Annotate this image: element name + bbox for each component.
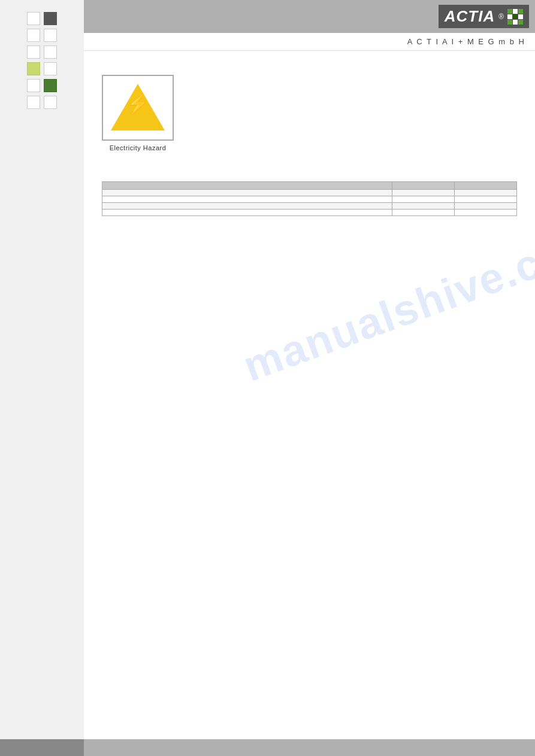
table-cell-2-2 [392,196,455,203]
subtitle-bar: A C T I A I + M E G m b H [84,33,535,51]
square-2-1 [27,29,40,42]
table-cell-2-1 [102,196,392,203]
warning-sign-box: ⚡ [102,75,174,141]
squares-row-2 [27,29,57,42]
squares-row-5 [27,79,57,92]
triangle-container: ⚡ [111,84,165,132]
square-6-2 [44,96,57,109]
square-3-1 [27,45,40,59]
watermark: manualshive.com [237,215,535,391]
table-row [102,203,517,210]
table-cell-4-2 [392,210,455,216]
grid-cell-5 [513,14,518,19]
square-4-1 [27,62,40,75]
grid-cell-7 [507,20,512,25]
data-table [102,181,517,216]
squares-row-1 [27,12,57,25]
table-header-col3 [455,182,517,190]
table-cell-3-2 [392,203,455,210]
top-header: ACTIA ® [84,0,535,33]
sidebar-bottom-bar [0,739,84,756]
table-cell-4-1 [102,210,392,216]
square-1-2 [44,12,57,25]
main-content: ⚡ Electricity Hazard manualshive.com [84,51,535,738]
table-cell-2-3 [455,196,517,203]
table-row [102,190,517,196]
squares-grid [27,6,57,109]
squares-row-4 [27,62,57,75]
actia-registered: ® [498,13,504,21]
square-1-1 [27,12,40,25]
table-header-col1 [102,182,392,190]
grid-cell-2 [513,9,518,14]
logo-area: ACTIA ® [439,5,529,28]
squares-row-6 [27,96,57,109]
table-cell-4-3 [455,210,517,216]
subtitle-text: A C T I A I + M E G m b H [407,37,525,46]
table-header-col2 [392,182,455,190]
table-row [102,210,517,216]
grid-cell-9 [518,20,523,25]
table-row [102,196,517,203]
grid-cell-4 [507,14,512,19]
left-sidebar [0,0,84,756]
table-cell-1-3 [455,190,517,196]
square-5-1 [27,79,40,92]
grid-cell-1 [507,9,512,14]
table-cell-3-3 [455,203,517,210]
square-5-2 [44,79,57,92]
warning-label: Electricity Hazard [102,144,174,151]
actia-brand-text: ACTIA [445,7,495,26]
actia-logo: ACTIA ® [439,5,529,28]
grid-cell-3 [518,9,523,14]
square-3-2 [44,45,57,59]
warning-sign-container: ⚡ Electricity Hazard [102,75,174,151]
squares-row-3 [27,45,57,59]
table-cell-3-1 [102,203,392,210]
square-2-2 [44,29,57,42]
square-6-1 [27,96,40,109]
table-cell-1-1 [102,190,392,196]
actia-grid-icon [507,9,523,25]
table-cell-1-2 [392,190,455,196]
square-4-2 [44,62,57,75]
table-header-row [102,182,517,190]
lightning-bolt-icon: ⚡ [126,95,150,114]
grid-cell-8 [513,20,518,25]
grid-cell-6 [518,14,523,19]
